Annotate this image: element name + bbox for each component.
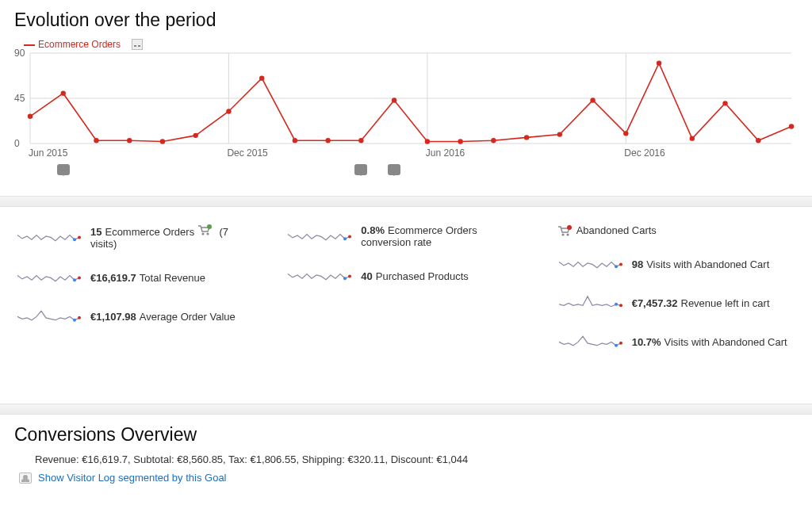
annotation-icon[interactable] (57, 164, 70, 175)
svg-point-41 (206, 232, 209, 235)
svg-point-49 (343, 277, 347, 280)
conversions-title: Conversions Overview (0, 415, 812, 450)
svg-point-32 (623, 131, 628, 136)
svg-point-42 (207, 224, 212, 229)
metric-text: 40Purchased Products (361, 270, 469, 282)
metric-row: 40Purchased Products (286, 266, 525, 287)
sparkline (557, 293, 622, 312)
metric-row: €16,619.7Total Revenue (16, 267, 255, 289)
svg-point-33 (657, 60, 661, 65)
sparkline (557, 254, 622, 273)
sparkline (16, 306, 81, 325)
svg-point-36 (756, 138, 760, 143)
svg-point-46 (78, 316, 81, 319)
svg-point-50 (348, 274, 351, 277)
svg-point-20 (226, 109, 231, 113)
svg-point-18 (160, 139, 165, 143)
cart-icon (197, 224, 212, 235)
svg-point-39 (78, 235, 81, 239)
svg-point-35 (722, 101, 727, 105)
svg-point-48 (348, 235, 351, 238)
svg-point-27 (458, 139, 462, 143)
metric-text: 10.7%Visits with Abandoned Cart (632, 336, 787, 348)
abandoned-carts-header: Abandoned Carts (557, 224, 796, 236)
svg-point-16 (94, 138, 98, 143)
metric-row: 10.7%Visits with Abandoned Cart (557, 331, 796, 353)
svg-point-52 (566, 233, 569, 235)
svg-point-44 (78, 276, 81, 279)
svg-point-58 (615, 344, 618, 347)
svg-text:0: 0 (14, 138, 20, 149)
svg-point-55 (619, 262, 622, 266)
sparkline (286, 226, 351, 245)
svg-point-40 (201, 232, 204, 235)
svg-point-53 (567, 225, 572, 230)
line-chart-svg: 04590Jun 2015Dec 2015Jun 2016Dec 2016 (14, 39, 796, 166)
svg-point-23 (325, 138, 330, 143)
evolution-chart: Ecommerce Orders 04590Jun 2015Dec 2015Ju… (14, 39, 798, 166)
metric-text: 0.8%Ecommerce Orders conversion rate (361, 224, 525, 248)
svg-point-22 (293, 138, 297, 143)
svg-text:Dec 2015: Dec 2015 (227, 147, 268, 159)
svg-point-17 (127, 138, 132, 143)
sparkline (286, 266, 351, 285)
svg-point-24 (358, 138, 363, 143)
svg-point-14 (28, 114, 33, 119)
annotation-icon[interactable] (388, 164, 400, 175)
svg-point-51 (561, 233, 564, 235)
chart-legend: Ecommerce Orders (24, 39, 143, 50)
section-divider (0, 196, 812, 207)
metric-row: 98Visits with Abandoned Cart (557, 254, 796, 275)
metrics-grid: 15Ecommerce Orders (7 visits) €16,619.7T… (0, 207, 812, 373)
svg-point-57 (619, 304, 622, 307)
svg-text:Jun 2016: Jun 2016 (426, 147, 465, 159)
svg-point-47 (343, 237, 347, 240)
svg-point-37 (789, 124, 794, 128)
svg-text:Dec 2016: Dec 2016 (624, 147, 665, 159)
user-icon (19, 472, 32, 484)
svg-point-54 (615, 265, 618, 268)
sparkline (16, 267, 81, 286)
metric-text: €16,619.7Total Revenue (90, 272, 205, 284)
svg-point-19 (193, 133, 197, 138)
svg-text:45: 45 (14, 93, 25, 104)
conversions-summary: Revenue: €16,619.7, Subtotal: €8,560.85,… (14, 450, 812, 472)
sparkline (16, 227, 81, 246)
section-divider (0, 404, 812, 415)
svg-point-29 (524, 135, 529, 140)
metric-text: €7,457.32Revenue left in cart (632, 297, 770, 309)
svg-point-56 (615, 303, 618, 306)
svg-text:Jun 2015: Jun 2015 (29, 147, 68, 159)
metric-text: €1,107.98Average Order Value (90, 311, 236, 323)
svg-point-34 (690, 136, 695, 140)
svg-point-26 (425, 139, 430, 143)
metric-row: 15Ecommerce Orders (7 visits) (16, 224, 255, 250)
metric-row: €1,107.98Average Order Value (16, 306, 255, 327)
svg-point-38 (73, 238, 76, 241)
evolution-title: Evolution over the period (0, 0, 812, 36)
svg-point-59 (619, 342, 622, 345)
svg-point-31 (590, 98, 595, 102)
svg-point-45 (73, 319, 76, 322)
svg-point-25 (392, 98, 396, 102)
svg-point-21 (259, 75, 264, 80)
metric-text: 15Ecommerce Orders (7 visits) (90, 224, 255, 250)
legend-series[interactable]: Ecommerce Orders (24, 39, 121, 50)
metric-text: 98Visits with Abandoned Cart (632, 258, 770, 270)
annotation-icon[interactable] (354, 164, 367, 175)
visitor-log-link[interactable]: Show Visitor Log segmented by this Goal (14, 472, 812, 484)
metric-row: 0.8%Ecommerce Orders conversion rate (286, 224, 525, 248)
sparkline (557, 331, 622, 350)
svg-point-43 (73, 278, 76, 281)
svg-point-15 (61, 90, 66, 95)
svg-point-30 (557, 132, 562, 136)
metric-picker-icon[interactable] (132, 39, 143, 50)
cart-icon (557, 225, 572, 236)
svg-point-28 (491, 138, 496, 143)
metric-row: €7,457.32Revenue left in cart (557, 293, 796, 314)
